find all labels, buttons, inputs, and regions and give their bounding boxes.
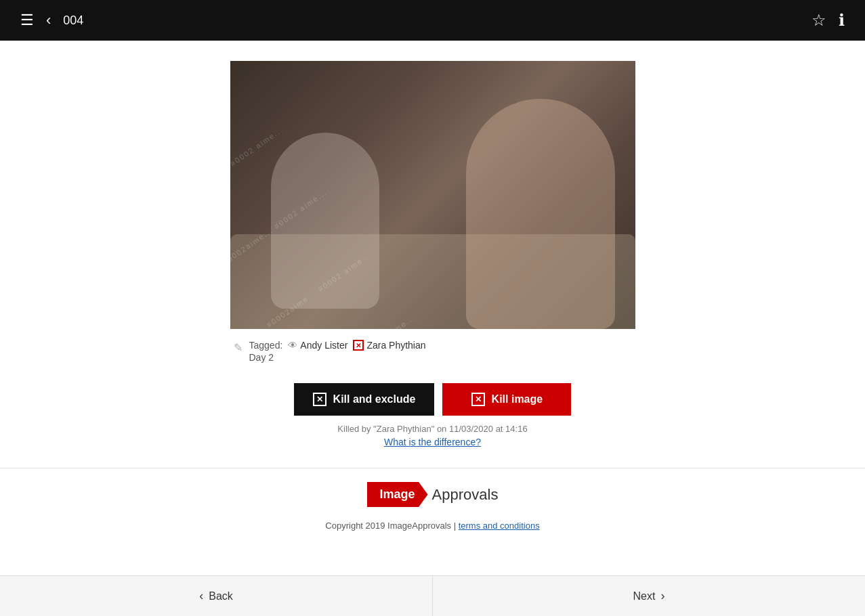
figure-left [271, 133, 379, 309]
figure-right [466, 99, 615, 329]
back-arrow-icon[interactable]: ‹ [46, 12, 51, 29]
tags-content: Tagged: 👁 Andy Lister ✕ Zara Phythian Da… [249, 340, 426, 363]
logo-approvals-part: Approvals [432, 486, 499, 504]
eye-icon: 👁 [288, 340, 297, 351]
status-section: Killed by "Zara Phythian" on 11/03/2020 … [337, 424, 527, 447]
terms-conditions-link[interactable]: terms and conditions [459, 521, 540, 531]
back-label: Back [209, 590, 233, 602]
tagged-label: Tagged: [249, 340, 283, 351]
star-icon[interactable]: ☆ [811, 11, 826, 30]
tag-person-zara: ✕ Zara Phythian [353, 340, 425, 351]
kill-image-button[interactable]: ✕ Kill image [442, 383, 571, 416]
hamburger-icon[interactable]: ☰ [20, 12, 34, 29]
kill-and-exclude-button[interactable]: ✕ Kill and exclude [294, 383, 435, 416]
next-navigation-button[interactable]: Next › [433, 576, 865, 616]
image-number: 004 [63, 14, 83, 28]
logo-container: Image Approvals [367, 482, 499, 507]
tags-section: ✎ Tagged: 👁 Andy Lister ✕ Zara Phythian … [230, 340, 635, 363]
back-navigation-button[interactable]: ‹ Back [0, 576, 433, 616]
logo-section: Image Approvals [367, 482, 499, 507]
main-content: aimee@aime... #0002aime... #0002 aime...… [0, 41, 865, 551]
copyright-text: Copyright 2019 ImageApprovals [325, 521, 451, 531]
kill-image-label: Kill image [492, 393, 543, 405]
photo-image: aimee@aime... #0002aime... #0002 aime...… [230, 61, 635, 329]
info-icon[interactable]: ℹ [839, 11, 845, 30]
back-arrow-nav-icon: ‹ [199, 589, 203, 603]
next-arrow-nav-icon: › [660, 589, 664, 603]
next-label: Next [633, 590, 656, 602]
edit-icon[interactable]: ✎ [234, 341, 242, 354]
killed-by-text: Killed by "Zara Phythian" on 11/03/2020 … [337, 424, 527, 434]
tags-row: Tagged: 👁 Andy Lister ✕ Zara Phythian [249, 340, 426, 351]
header-left: ☰ ‹ 004 [20, 12, 83, 29]
bottom-navigation: ‹ Back Next › [0, 575, 865, 616]
x-box-icon: ✕ [353, 340, 364, 351]
kill-exclude-label: Kill and exclude [333, 393, 416, 405]
divider [0, 468, 865, 468]
footer-text: Copyright 2019 ImageApprovals | terms an… [325, 521, 539, 531]
tag-person-andy: 👁 Andy Lister [288, 340, 347, 351]
zara-phythian-name: Zara Phythian [366, 340, 425, 351]
kill-image-x-icon: ✕ [471, 393, 485, 406]
image-placeholder: aimee@aime... #0002aime... #0002 aime...… [230, 61, 635, 329]
footer-separator: | [454, 521, 459, 531]
what-difference-link[interactable]: What is the difference? [337, 437, 527, 447]
tag-day: Day 2 [249, 352, 426, 363]
logo-image-part: Image [367, 482, 428, 507]
andy-lister-name: Andy Lister [300, 340, 347, 351]
header: ☰ ‹ 004 ☆ ℹ [0, 0, 865, 41]
kill-exclude-x-icon: ✕ [313, 393, 326, 406]
buttons-section: ✕ Kill and exclude ✕ Kill image [294, 383, 572, 416]
header-right: ☆ ℹ [811, 11, 845, 30]
